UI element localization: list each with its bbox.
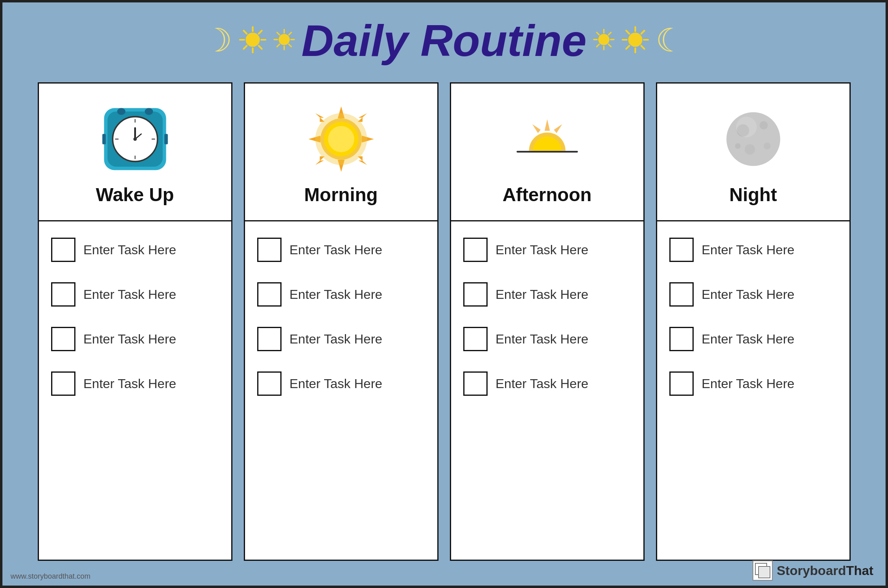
morning-tasks: Enter Task Here Enter Task Here Enter Ta…	[245, 221, 437, 560]
svg-line-34	[641, 30, 645, 34]
task-checkbox[interactable]	[463, 282, 488, 307]
task-item: Enter Task Here	[51, 327, 219, 351]
task-item: Enter Task Here	[669, 282, 837, 307]
task-label: Enter Task Here	[702, 242, 795, 258]
storyboard-logo-icon	[753, 560, 773, 581]
wake-up-tasks: Enter Task Here Enter Task Here Enter Ta…	[39, 221, 231, 560]
task-label: Enter Task Here	[496, 332, 589, 347]
sun-right2-icon	[621, 26, 649, 56]
footer-website: www.storyboardthat.com	[11, 572, 90, 581]
moon-right-icon: ☾	[656, 21, 685, 59]
svg-line-17	[277, 44, 280, 47]
logo-bold: That	[846, 563, 873, 578]
task-checkbox[interactable]	[669, 282, 694, 307]
afternoon-title: Afternoon	[503, 184, 592, 206]
svg-rect-78	[759, 567, 769, 577]
morning-title: Morning	[304, 184, 378, 206]
svg-marker-64	[554, 124, 562, 133]
task-label: Enter Task Here	[702, 287, 795, 302]
svg-point-45	[133, 137, 137, 141]
task-label: Enter Task Here	[702, 332, 795, 347]
task-item: Enter Task Here	[463, 238, 631, 262]
sun-right1-icon	[593, 28, 615, 52]
task-item: Enter Task Here	[257, 282, 425, 307]
task-item: Enter Task Here	[51, 238, 219, 262]
task-label: Enter Task Here	[290, 332, 383, 347]
svg-point-72	[744, 144, 755, 155]
svg-point-75	[736, 116, 757, 137]
svg-point-73	[763, 142, 770, 149]
svg-line-7	[259, 30, 262, 34]
svg-line-23	[597, 32, 599, 35]
column-wake-up-header: Wake Up	[39, 84, 231, 221]
svg-line-35	[626, 45, 630, 49]
columns-container: Wake Up Enter Task Here Enter Task Here …	[2, 82, 886, 561]
clock-icon	[99, 103, 172, 176]
svg-point-9	[279, 34, 290, 45]
svg-line-26	[597, 44, 599, 47]
task-checkbox[interactable]	[669, 371, 694, 396]
task-checkbox[interactable]	[51, 371, 75, 396]
footer-logo: StoryboardThat	[753, 560, 873, 581]
task-checkbox[interactable]	[257, 238, 282, 262]
sun-left2-icon	[273, 28, 295, 52]
column-morning-header: Morning	[245, 84, 437, 221]
task-label: Enter Task Here	[702, 376, 795, 391]
task-item: Enter Task Here	[51, 371, 219, 396]
task-label: Enter Task Here	[290, 376, 383, 391]
task-label: Enter Task Here	[496, 242, 589, 258]
page-title: Daily Routine	[301, 15, 587, 66]
column-afternoon: Afternoon Enter Task Here Enter Task Her…	[450, 82, 645, 561]
svg-point-61	[328, 126, 354, 152]
column-night: Night Enter Task Here Enter Task Here En…	[656, 82, 851, 561]
task-checkbox[interactable]	[463, 371, 488, 396]
task-checkbox[interactable]	[669, 327, 694, 351]
task-item: Enter Task Here	[463, 371, 631, 396]
moon-left-icon: ☽	[203, 21, 232, 59]
footer-logo-text: StoryboardThat	[777, 563, 873, 578]
task-item: Enter Task Here	[257, 327, 425, 351]
task-label: Enter Task Here	[84, 376, 176, 391]
svg-marker-65	[532, 124, 540, 133]
task-label: Enter Task Here	[496, 287, 589, 302]
svg-line-32	[626, 30, 630, 34]
task-item: Enter Task Here	[257, 371, 425, 396]
task-label: Enter Task Here	[290, 287, 383, 302]
task-checkbox[interactable]	[51, 238, 75, 262]
column-morning: Morning Enter Task Here Enter Task Here …	[244, 82, 439, 561]
task-checkbox[interactable]	[463, 327, 488, 351]
logo-normal: Storyboard	[777, 563, 846, 578]
task-item: Enter Task Here	[669, 327, 837, 351]
column-afternoon-header: Afternoon	[451, 84, 643, 221]
task-checkbox[interactable]	[51, 282, 75, 307]
svg-rect-47	[164, 134, 168, 144]
svg-line-33	[641, 45, 645, 49]
page-header: ☽	[2, 2, 886, 74]
svg-point-74	[735, 143, 740, 149]
svg-point-49	[144, 108, 153, 115]
svg-line-24	[608, 44, 611, 47]
night-moon-icon	[717, 103, 790, 176]
task-checkbox[interactable]	[257, 371, 282, 396]
afternoon-tasks: Enter Task Here Enter Task Here Enter Ta…	[451, 221, 643, 560]
svg-point-27	[628, 32, 642, 47]
svg-line-16	[289, 32, 291, 35]
svg-marker-63	[544, 119, 550, 131]
svg-line-14	[277, 32, 280, 35]
task-checkbox[interactable]	[51, 327, 75, 351]
task-checkbox[interactable]	[463, 238, 488, 262]
task-label: Enter Task Here	[84, 287, 176, 302]
column-night-header: Night	[657, 84, 849, 221]
task-checkbox[interactable]	[257, 327, 282, 351]
svg-point-48	[117, 108, 125, 115]
task-item: Enter Task Here	[463, 282, 631, 307]
task-checkbox[interactable]	[257, 282, 282, 307]
column-wake-up: Wake Up Enter Task Here Enter Task Here …	[38, 82, 232, 561]
task-checkbox[interactable]	[669, 238, 694, 262]
wake-up-title: Wake Up	[96, 184, 174, 206]
task-item: Enter Task Here	[669, 371, 837, 396]
svg-point-71	[759, 121, 768, 129]
svg-point-67	[533, 136, 561, 165]
task-item: Enter Task Here	[257, 238, 425, 262]
svg-line-5	[244, 30, 247, 34]
